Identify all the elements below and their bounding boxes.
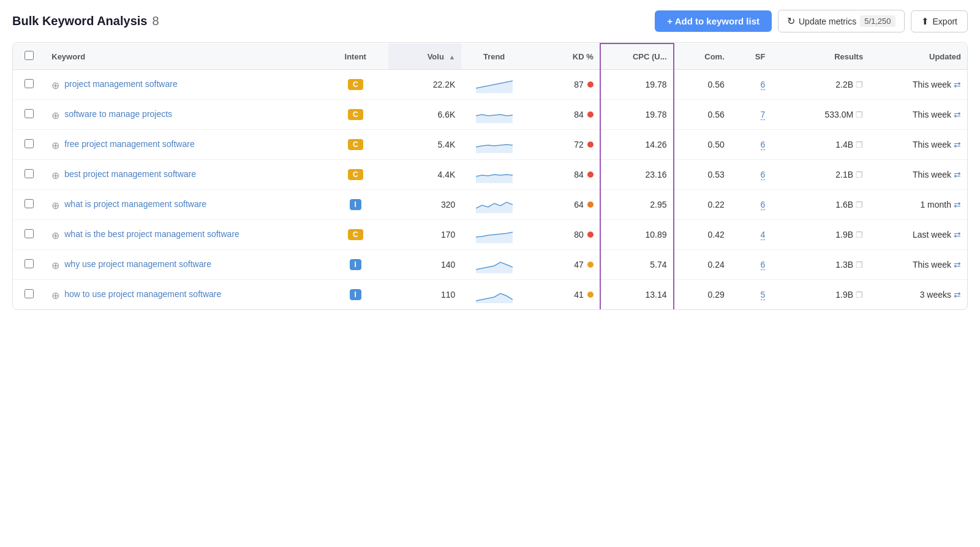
com-cell: 0.42 [674, 220, 731, 250]
row-refresh-icon[interactable]: ⇄ [954, 110, 961, 119]
keyword-link[interactable]: software to manage projects [64, 108, 172, 121]
sf-link[interactable]: 5 [761, 290, 766, 300]
keyword-cell: ⊕ free project management software [45, 130, 323, 160]
keyword-cell: ⊕ what is project management software [45, 190, 323, 220]
sf-link[interactable]: 6 [761, 140, 766, 150]
volume-value: 22.2K [433, 80, 456, 89]
results-icon: ❐ [856, 200, 863, 209]
keyword-add-icon[interactable]: ⊕ [51, 170, 59, 181]
keyword-link[interactable]: what is the best project management soft… [64, 228, 239, 241]
th-com: Com. [674, 43, 731, 70]
trend-cell [461, 160, 527, 190]
volume-value: 4.4K [438, 170, 456, 179]
kd-value: 41 [574, 290, 584, 300]
update-metrics-label: Update metrics [799, 17, 856, 26]
sf-link[interactable]: 6 [761, 80, 766, 90]
keyword-table: Keyword Intent Volu ▲ Trend KD % [13, 43, 967, 309]
results-cell: 1.3B ❐ [771, 250, 869, 280]
keyword-add-icon[interactable]: ⊕ [51, 200, 59, 211]
table-row: ⊕ software to manage projects C 6.6K 84 [13, 100, 967, 130]
table-row: ⊕ project management software C 22.2K 87 [13, 70, 967, 100]
cpc-cell: 10.89 [600, 220, 674, 250]
keyword-add-icon[interactable]: ⊕ [51, 230, 59, 241]
sf-cell: 6 [731, 190, 772, 220]
row-checkbox[interactable] [24, 289, 34, 298]
kd-dot [587, 262, 594, 268]
export-button[interactable]: ⬆ Export [911, 10, 968, 32]
updated-value: This week [913, 110, 951, 119]
row-checkbox-cell [13, 70, 45, 100]
intent-cell: C [323, 160, 388, 190]
sf-link[interactable]: 6 [761, 200, 766, 210]
sf-link[interactable]: 4 [761, 230, 766, 240]
kd-cell: 47 [527, 250, 600, 280]
volume-value: 110 [441, 290, 455, 300]
keyword-link[interactable]: how to use project management software [64, 289, 221, 301]
keyword-add-icon[interactable]: ⊕ [51, 80, 59, 91]
updated-cell: This week ⇄ [869, 100, 967, 130]
results-value: 1.4B [835, 140, 853, 149]
keyword-add-icon[interactable]: ⊕ [51, 260, 59, 271]
svg-marker-3 [476, 175, 513, 183]
row-checkbox[interactable] [24, 199, 34, 208]
row-refresh-icon[interactable]: ⇄ [954, 80, 961, 89]
keyword-link[interactable]: best project management software [64, 168, 196, 181]
sf-link[interactable]: 6 [761, 260, 766, 270]
metrics-count-badge: 5/1,250 [860, 15, 895, 27]
updated-cell: This week ⇄ [869, 250, 967, 280]
row-refresh-icon[interactable]: ⇄ [954, 170, 961, 179]
keyword-link[interactable]: free project management software [64, 138, 194, 151]
kd-dot [587, 111, 594, 118]
row-checkbox[interactable] [24, 169, 34, 178]
intent-cell: C [323, 70, 388, 100]
volume-cell: 4.4K [388, 160, 462, 190]
row-refresh-icon[interactable]: ⇄ [954, 140, 961, 149]
keyword-link[interactable]: project management software [64, 78, 177, 91]
sf-link[interactable]: 7 [761, 110, 766, 120]
volume-cell: 320 [388, 190, 462, 220]
add-to-keyword-list-button[interactable]: + Add to keyword list [655, 10, 772, 32]
row-checkbox[interactable] [24, 109, 34, 118]
keyword-add-icon[interactable]: ⊕ [51, 140, 59, 151]
table-row: ⊕ free project management software C 5.4… [13, 130, 967, 160]
results-icon: ❐ [856, 230, 863, 240]
keyword-link[interactable]: why use project management software [64, 258, 211, 271]
keyword-add-icon[interactable]: ⊕ [51, 110, 59, 121]
th-results-label: Results [834, 52, 863, 61]
header-left: Bulk Keyword Analysis 8 [12, 14, 159, 28]
row-checkbox[interactable] [24, 259, 34, 268]
row-refresh-icon[interactable]: ⇄ [954, 200, 961, 209]
trend-cell [461, 280, 527, 310]
select-all-checkbox[interactable] [24, 51, 34, 60]
kd-dot [587, 172, 594, 178]
updated-value: 1 month [920, 200, 951, 209]
row-checkbox[interactable] [24, 79, 34, 88]
row-refresh-icon[interactable]: ⇄ [954, 230, 961, 240]
intent-badge: C [348, 169, 363, 180]
update-metrics-button[interactable]: ↻ Update metrics 5/1,250 [778, 10, 905, 32]
volume-value: 140 [441, 260, 455, 270]
row-checkbox[interactable] [24, 139, 34, 148]
row-refresh-icon[interactable]: ⇄ [954, 260, 961, 270]
th-volume[interactable]: Volu ▲ [388, 43, 462, 70]
page-wrapper: Bulk Keyword Analysis 8 + Add to keyword… [0, 0, 980, 547]
results-cell: 1.9B ❐ [771, 220, 869, 250]
th-cpc[interactable]: CPC (U... [600, 43, 674, 70]
th-kd[interactable]: KD % [527, 43, 600, 70]
intent-badge: I [350, 199, 361, 210]
intent-badge: C [348, 79, 363, 90]
updated-value: This week [913, 140, 951, 149]
keyword-link[interactable]: what is project management software [64, 198, 206, 211]
results-icon: ❐ [856, 260, 863, 270]
sf-link[interactable]: 6 [761, 170, 766, 180]
cpc-value: 19.78 [646, 80, 667, 89]
intent-cell: C [323, 100, 388, 130]
export-label: Export [933, 17, 957, 26]
keyword-add-icon[interactable]: ⊕ [51, 290, 59, 301]
kd-value: 64 [574, 200, 584, 209]
row-refresh-icon[interactable]: ⇄ [954, 290, 961, 300]
th-keyword: Keyword [45, 43, 323, 70]
com-cell: 0.29 [674, 280, 731, 310]
row-checkbox[interactable] [24, 229, 34, 238]
row-checkbox-cell [13, 190, 45, 220]
